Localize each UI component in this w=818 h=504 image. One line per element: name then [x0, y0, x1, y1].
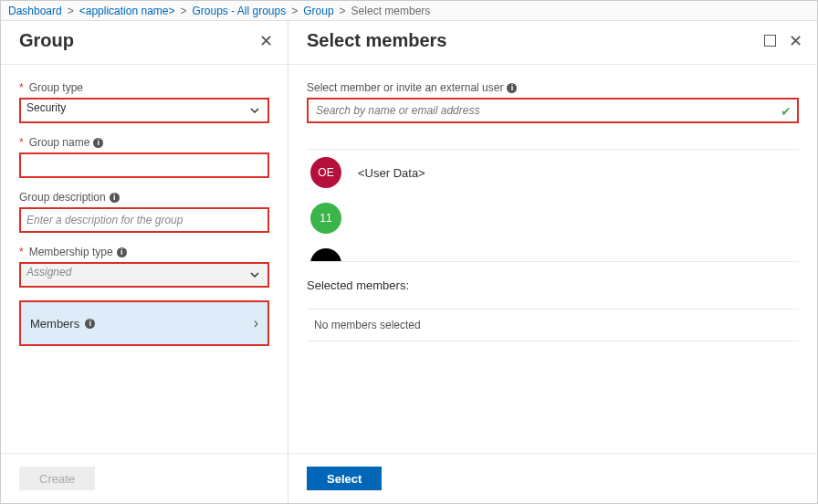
info-icon[interactable]: i	[110, 193, 120, 203]
breadcrumb: Dashboard > <application name> > Groups …	[1, 1, 817, 21]
create-button[interactable]: Create	[19, 467, 95, 490]
avatar: 11	[310, 203, 341, 234]
close-icon[interactable]: ✕	[789, 33, 802, 49]
group-blade-title: Group	[19, 30, 74, 51]
avatar	[310, 248, 341, 262]
close-icon[interactable]: ✕	[259, 33, 273, 49]
group-name-input[interactable]	[21, 154, 267, 176]
select-members-title: Select members	[307, 30, 446, 51]
info-icon[interactable]: i	[117, 247, 127, 257]
breadcrumb-group[interactable]: Group	[303, 5, 333, 17]
membership-type-label: *Membership type i	[19, 246, 269, 258]
info-icon[interactable]: i	[507, 83, 517, 93]
search-label: Select member or invite an external user…	[307, 81, 799, 94]
selected-members-box: No members selected	[307, 309, 799, 341]
member-search-input[interactable]	[309, 100, 797, 121]
breadcrumb-groups[interactable]: Groups - All groups	[193, 5, 287, 17]
check-icon: ✔	[781, 104, 792, 119]
breadcrumb-sep: >	[68, 5, 74, 17]
chevron-right-icon: ›	[254, 315, 258, 331]
breadcrumb-dashboard[interactable]: Dashboard	[8, 5, 62, 17]
member-row[interactable]: OE <User Data>	[307, 150, 799, 195]
breadcrumb-sep: >	[340, 5, 346, 17]
breadcrumb-current: Select members	[351, 5, 431, 17]
group-type-select[interactable]: Security	[19, 98, 269, 123]
breadcrumb-app[interactable]: <application name>	[79, 5, 175, 17]
breadcrumb-sep: >	[291, 5, 298, 17]
group-desc-label: Group description i	[19, 191, 269, 204]
members-label-text: Members	[30, 317, 79, 331]
selected-members-label: Selected members:	[307, 278, 799, 292]
membership-type-select[interactable]: Assigned	[19, 262, 269, 288]
group-blade-header: Group ✕	[1, 21, 288, 64]
info-icon: i	[85, 319, 95, 329]
member-list[interactable]: OE <User Data> 11	[307, 149, 799, 262]
select-members-header: Select members ✕	[288, 21, 817, 64]
maximize-icon[interactable]	[764, 35, 776, 47]
avatar: OE	[310, 157, 341, 188]
group-desc-input[interactable]	[21, 209, 267, 231]
member-name: <User Data>	[358, 166, 425, 180]
info-icon[interactable]: i	[93, 138, 103, 148]
breadcrumb-sep: >	[180, 5, 186, 17]
group-name-label: *Group name i	[19, 136, 269, 149]
select-button[interactable]: Select	[307, 467, 382, 490]
group-type-label: *Group type	[19, 81, 269, 94]
member-row[interactable]	[307, 241, 799, 262]
member-row[interactable]: 11	[307, 195, 799, 241]
members-selector[interactable]: Members i ›	[19, 300, 269, 346]
